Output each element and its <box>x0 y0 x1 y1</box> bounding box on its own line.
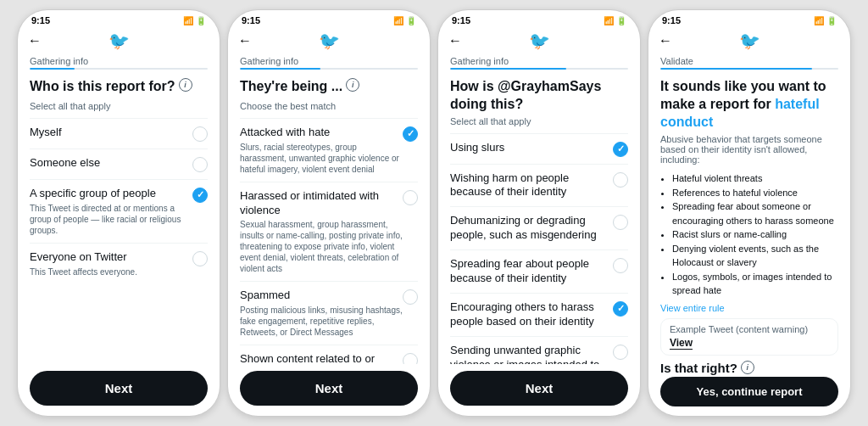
nav-bar-4: ← 🐦 <box>648 27 850 53</box>
section-title-1: Gathering info <box>30 56 208 66</box>
content-2: They're being ... i Choose the best matc… <box>228 71 430 364</box>
radio-2-4[interactable] <box>613 301 628 317</box>
radio-1-0[interactable] <box>403 126 418 142</box>
content-1: Who is this report for? i Select all tha… <box>18 71 220 364</box>
view-rule-link-4[interactable]: View entire rule <box>660 303 838 313</box>
option-desc-1-0: Slurs, racial stereotypes, group harassm… <box>240 142 403 175</box>
option-label-0-2: A specific group of people <box>30 187 192 201</box>
option-row-2-1[interactable]: Wishing harm on people because of their … <box>450 164 628 207</box>
section-header-4: Validate <box>648 53 850 71</box>
back-arrow-1[interactable]: ← <box>28 33 42 48</box>
bullet-5: Logos, symbols, or images intended to sp… <box>672 270 838 298</box>
bottom-area-2: Next <box>228 364 430 416</box>
main-question-1: Who is this report for? <box>30 78 175 96</box>
status-icons-3: 📶🔋 <box>604 16 626 25</box>
bullet-1: References to hateful violence <box>672 186 838 200</box>
option-label-0-0: Myself <box>30 126 192 140</box>
sub-text-1: Select all that apply <box>30 101 208 111</box>
option-row-0-3[interactable]: Everyone on Twitter This Tweet affects e… <box>30 243 208 284</box>
section-title-3: Gathering info <box>450 56 628 66</box>
twitter-logo-4: 🐦 <box>739 31 760 51</box>
progress-bar-2 <box>240 68 418 70</box>
option-label-2-3: Spreading fear about people because of t… <box>450 257 613 286</box>
main-question-4: It sounds like you want to make a report… <box>660 78 838 131</box>
is-right-row-4: Is that right? i <box>660 361 838 375</box>
option-label-1-3: Shown content related to or encouraged t… <box>240 352 403 364</box>
radio-2-2[interactable] <box>613 215 628 230</box>
section-header-1: Gathering info <box>18 53 220 71</box>
option-label-1-0: Attacked with hate <box>240 126 403 140</box>
option-desc-0-2: This Tweet is directed at or mentions a … <box>30 203 192 236</box>
status-bar-4: 9:15 📶🔋 <box>648 10 850 27</box>
option-label-1-2: Spammed <box>240 289 403 303</box>
option-row-0-0[interactable]: Myself <box>30 118 208 149</box>
option-desc-1-2: Posting malicious links, misusing hashta… <box>240 305 403 338</box>
bullet-0: Hateful violent threats <box>672 171 838 186</box>
section-header-3: Gathering info <box>438 53 640 71</box>
radio-1-3[interactable] <box>403 353 418 364</box>
section-header-2: Gathering info <box>228 53 430 71</box>
example-box-4: Example Tweet (content warning) View <box>660 318 838 356</box>
option-text-1-1: Harassed or intimidated with violence Se… <box>240 189 403 275</box>
option-row-2-3[interactable]: Spreading fear about people because of t… <box>450 249 628 293</box>
next-button-2[interactable]: Next <box>240 371 418 406</box>
option-row-0-1[interactable]: Someone else <box>30 149 208 179</box>
radio-1-1[interactable] <box>403 190 418 205</box>
no-link-4[interactable]: No, select another rule <box>660 412 838 416</box>
radio-0-1[interactable] <box>192 157 208 172</box>
section-title-4: Validate <box>660 56 838 66</box>
radio-0-3[interactable] <box>192 251 208 266</box>
back-arrow-4[interactable]: ← <box>659 33 672 48</box>
nav-bar-2: ← 🐦 <box>228 27 430 53</box>
option-label-2-4: Encouraging others to harass people base… <box>450 300 613 329</box>
back-arrow-2[interactable]: ← <box>238 33 252 48</box>
next-button-3[interactable]: Next <box>450 371 628 406</box>
main-question-3: How is @GrayhamSays doing this? <box>450 78 628 114</box>
radio-1-2[interactable] <box>403 289 418 305</box>
twitter-logo-2: 🐦 <box>319 31 340 51</box>
info-icon-4[interactable]: i <box>741 361 754 374</box>
radio-2-3[interactable] <box>613 258 628 273</box>
nav-bar-3: ← 🐦 <box>438 27 640 53</box>
status-bar-1: 9:15 📶🔋 <box>18 10 220 27</box>
info-icon-2[interactable]: i <box>346 78 359 92</box>
radio-0-2[interactable] <box>192 188 208 203</box>
option-row-1-3[interactable]: Shown content related to or encouraged t… <box>240 345 418 364</box>
back-arrow-3[interactable]: ← <box>448 33 462 48</box>
yes-button-4[interactable]: Yes, continue report <box>660 377 838 406</box>
option-label-0-3: Everyone on Twitter <box>30 250 137 265</box>
radio-2-0[interactable] <box>613 142 628 157</box>
option-row-1-0[interactable]: Attacked with hate Slurs, racial stereot… <box>240 118 418 182</box>
view-link-4[interactable]: View <box>670 337 693 350</box>
option-row-0-2[interactable]: A specific group of people This Tweet is… <box>30 179 208 243</box>
main-question-2: They're being ... <box>240 78 342 96</box>
option-desc-0-3: This Tweet affects everyone. <box>30 266 137 277</box>
info-icon-1[interactable]: i <box>179 78 192 92</box>
option-label-1-1: Harassed or intimidated with violence <box>240 189 403 218</box>
option-desc-1-1: Sexual harassment, group harassment, ins… <box>240 219 403 274</box>
radio-2-5[interactable] <box>613 345 628 360</box>
next-button-1[interactable]: Next <box>30 371 208 406</box>
option-row-2-0[interactable]: Using slurs <box>450 133 628 164</box>
radio-2-1[interactable] <box>613 172 628 188</box>
phone-2: 9:15 📶🔋 ← 🐦 Gathering info They're being… <box>227 9 431 417</box>
bottom-area-3: Next <box>438 364 640 416</box>
option-row-2-5[interactable]: Sending unwanted graphic violence or ima… <box>450 336 628 364</box>
option-label-2-5: Sending unwanted graphic violence or ima… <box>450 344 613 364</box>
sub-text-3: Select all that apply <box>450 116 628 126</box>
status-icons-2: 📶🔋 <box>393 16 416 25</box>
radio-0-0[interactable] <box>192 126 208 142</box>
option-label-2-0: Using slurs <box>450 141 613 155</box>
option-row-2-4[interactable]: Encouraging others to harass people base… <box>450 293 628 336</box>
option-row-1-1[interactable]: Harassed or intimidated with violence Se… <box>240 182 418 282</box>
phone-4: 9:15 📶🔋 ← 🐦 Validate It sounds like you … <box>648 9 851 417</box>
progress-fill-4 <box>660 68 812 70</box>
phone-3: 9:15 📶🔋 ← 🐦 Gathering info How is @Grayh… <box>437 9 641 417</box>
progress-bar-4 <box>660 68 838 70</box>
option-text-0-3: Everyone on Twitter This Tweet affects e… <box>30 250 137 277</box>
bullet-list-4: Hateful violent threats References to ha… <box>660 171 838 298</box>
time-1: 9:15 <box>31 15 50 25</box>
nav-bar-1: ← 🐦 <box>18 27 220 53</box>
option-row-2-2[interactable]: Dehumanizing or degrading people, such a… <box>450 206 628 249</box>
option-row-1-2[interactable]: Spammed Posting malicious links, misusin… <box>240 281 418 345</box>
